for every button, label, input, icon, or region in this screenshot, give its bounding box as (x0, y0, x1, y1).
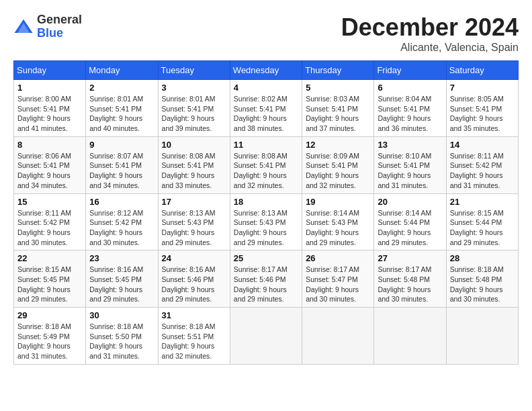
logo-icon (13, 17, 34, 37)
calendar-day-17: 17Sunrise: 8:13 AM Sunset: 5:43 PM Dayli… (158, 193, 230, 250)
day-info: Sunrise: 8:12 AM Sunset: 5:42 PM Dayligh… (89, 208, 154, 248)
day-number: 24 (162, 253, 226, 263)
calendar-day-8: 8Sunrise: 8:06 AM Sunset: 5:41 PM Daylig… (14, 136, 86, 193)
day-info: Sunrise: 8:11 AM Sunset: 5:42 PM Dayligh… (450, 151, 515, 191)
day-info: Sunrise: 8:18 AM Sunset: 5:50 PM Dayligh… (89, 322, 154, 361)
day-info: Sunrise: 8:15 AM Sunset: 5:45 PM Dayligh… (17, 265, 82, 304)
day-info: Sunrise: 8:01 AM Sunset: 5:41 PM Dayligh… (162, 94, 226, 134)
day-number: 17 (162, 197, 226, 207)
day-number: 5 (306, 83, 370, 93)
calendar-day-29: 29Sunrise: 8:18 AM Sunset: 5:49 PM Dayli… (14, 308, 86, 365)
calendar-day-26: 26Sunrise: 8:17 AM Sunset: 5:47 PM Dayli… (302, 250, 374, 308)
day-info: Sunrise: 8:06 AM Sunset: 5:41 PM Dayligh… (17, 151, 82, 191)
day-number: 13 (378, 140, 442, 150)
logo: General Blue (13, 13, 82, 40)
day-number: 27 (378, 253, 442, 263)
day-info: Sunrise: 8:15 AM Sunset: 5:44 PM Dayligh… (450, 208, 515, 248)
calendar-week-1: 1Sunrise: 8:00 AM Sunset: 5:41 PM Daylig… (14, 80, 519, 137)
calendar-day-19: 19Sunrise: 8:14 AM Sunset: 5:43 PM Dayli… (302, 193, 374, 250)
day-info: Sunrise: 8:11 AM Sunset: 5:42 PM Dayligh… (17, 208, 82, 248)
day-info: Sunrise: 8:18 AM Sunset: 5:51 PM Dayligh… (162, 322, 226, 361)
calendar-day-18: 18Sunrise: 8:13 AM Sunset: 5:43 PM Dayli… (230, 193, 302, 250)
month-title: December 2024 (341, 13, 519, 42)
day-info: Sunrise: 8:01 AM Sunset: 5:41 PM Dayligh… (89, 94, 154, 134)
day-info: Sunrise: 8:02 AM Sunset: 5:41 PM Dayligh… (234, 94, 298, 134)
day-info: Sunrise: 8:04 AM Sunset: 5:41 PM Dayligh… (378, 94, 442, 134)
calendar-day-15: 15Sunrise: 8:11 AM Sunset: 5:42 PM Dayli… (14, 193, 86, 250)
calendar-day-22: 22Sunrise: 8:15 AM Sunset: 5:45 PM Dayli… (14, 250, 86, 308)
calendar-table: SundayMondayTuesdayWednesdayThursdayFrid… (13, 60, 519, 365)
day-number: 4 (234, 83, 298, 93)
calendar-week-2: 8Sunrise: 8:06 AM Sunset: 5:41 PM Daylig… (14, 136, 519, 193)
day-info: Sunrise: 8:00 AM Sunset: 5:41 PM Dayligh… (17, 94, 82, 134)
day-info: Sunrise: 8:13 AM Sunset: 5:43 PM Dayligh… (162, 208, 226, 248)
calendar-week-5: 29Sunrise: 8:18 AM Sunset: 5:49 PM Dayli… (14, 308, 519, 365)
calendar-day-20: 20Sunrise: 8:14 AM Sunset: 5:44 PM Dayli… (374, 193, 446, 250)
calendar-header-thursday: Thursday (302, 61, 374, 80)
day-number: 18 (234, 197, 298, 207)
day-number: 9 (89, 140, 154, 150)
calendar-day-11: 11Sunrise: 8:08 AM Sunset: 5:41 PM Dayli… (230, 136, 302, 193)
logo-text: General Blue (37, 13, 82, 40)
calendar-empty-cell (374, 308, 446, 365)
day-number: 2 (89, 83, 154, 93)
day-number: 3 (162, 83, 226, 93)
day-number: 20 (378, 197, 442, 207)
calendar-day-30: 30Sunrise: 8:18 AM Sunset: 5:50 PM Dayli… (86, 308, 158, 365)
calendar-empty-cell (230, 308, 302, 365)
day-number: 1 (17, 83, 82, 93)
day-number: 31 (162, 310, 226, 320)
day-info: Sunrise: 8:10 AM Sunset: 5:41 PM Dayligh… (378, 151, 442, 191)
calendar-header-sunday: Sunday (14, 61, 86, 80)
day-info: Sunrise: 8:08 AM Sunset: 5:41 PM Dayligh… (234, 151, 298, 191)
logo-general-text: General (37, 13, 82, 27)
day-number: 6 (378, 83, 442, 93)
calendar-header-row: SundayMondayTuesdayWednesdayThursdayFrid… (14, 61, 519, 80)
day-info: Sunrise: 8:13 AM Sunset: 5:43 PM Dayligh… (234, 208, 298, 248)
day-number: 12 (306, 140, 370, 150)
day-info: Sunrise: 8:18 AM Sunset: 5:48 PM Dayligh… (450, 265, 515, 304)
calendar-day-24: 24Sunrise: 8:16 AM Sunset: 5:46 PM Dayli… (158, 250, 230, 308)
calendar-header-friday: Friday (374, 61, 446, 80)
day-number: 29 (17, 310, 82, 320)
calendar-day-12: 12Sunrise: 8:09 AM Sunset: 5:41 PM Dayli… (302, 136, 374, 193)
day-number: 16 (89, 197, 154, 207)
calendar-day-2: 2Sunrise: 8:01 AM Sunset: 5:41 PM Daylig… (86, 80, 158, 137)
calendar-day-4: 4Sunrise: 8:02 AM Sunset: 5:41 PM Daylig… (230, 80, 302, 137)
day-info: Sunrise: 8:05 AM Sunset: 5:41 PM Dayligh… (450, 94, 515, 134)
day-info: Sunrise: 8:07 AM Sunset: 5:41 PM Dayligh… (89, 151, 154, 191)
day-info: Sunrise: 8:16 AM Sunset: 5:46 PM Dayligh… (162, 265, 226, 304)
calendar-day-25: 25Sunrise: 8:17 AM Sunset: 5:46 PM Dayli… (230, 250, 302, 308)
day-number: 8 (17, 140, 82, 150)
day-number: 14 (450, 140, 515, 150)
day-number: 30 (89, 310, 154, 320)
calendar-day-16: 16Sunrise: 8:12 AM Sunset: 5:42 PM Dayli… (86, 193, 158, 250)
day-info: Sunrise: 8:14 AM Sunset: 5:44 PM Dayligh… (378, 208, 442, 248)
calendar-day-7: 7Sunrise: 8:05 AM Sunset: 5:41 PM Daylig… (446, 80, 518, 137)
day-info: Sunrise: 8:08 AM Sunset: 5:41 PM Dayligh… (162, 151, 226, 191)
calendar-day-31: 31Sunrise: 8:18 AM Sunset: 5:51 PM Dayli… (158, 308, 230, 365)
location: Alicante, Valencia, Spain (341, 42, 519, 54)
calendar-day-10: 10Sunrise: 8:08 AM Sunset: 5:41 PM Dayli… (158, 136, 230, 193)
title-area: December 2024 Alicante, Valencia, Spain (341, 13, 519, 54)
calendar-day-13: 13Sunrise: 8:10 AM Sunset: 5:41 PM Dayli… (374, 136, 446, 193)
calendar-day-28: 28Sunrise: 8:18 AM Sunset: 5:48 PM Dayli… (446, 250, 518, 308)
day-info: Sunrise: 8:16 AM Sunset: 5:45 PM Dayligh… (89, 265, 154, 304)
day-number: 28 (450, 253, 515, 263)
calendar-empty-cell (446, 308, 518, 365)
calendar-header-tuesday: Tuesday (158, 61, 230, 80)
calendar-day-6: 6Sunrise: 8:04 AM Sunset: 5:41 PM Daylig… (374, 80, 446, 137)
calendar-day-3: 3Sunrise: 8:01 AM Sunset: 5:41 PM Daylig… (158, 80, 230, 137)
day-number: 15 (17, 197, 82, 207)
calendar-empty-cell (302, 308, 374, 365)
calendar-day-21: 21Sunrise: 8:15 AM Sunset: 5:44 PM Dayli… (446, 193, 518, 250)
day-info: Sunrise: 8:17 AM Sunset: 5:46 PM Dayligh… (234, 265, 298, 304)
calendar-header-saturday: Saturday (446, 61, 518, 80)
calendar-week-3: 15Sunrise: 8:11 AM Sunset: 5:42 PM Dayli… (14, 193, 519, 250)
calendar-day-23: 23Sunrise: 8:16 AM Sunset: 5:45 PM Dayli… (86, 250, 158, 308)
day-number: 22 (17, 253, 82, 263)
day-info: Sunrise: 8:18 AM Sunset: 5:49 PM Dayligh… (17, 322, 82, 361)
header: General Blue December 2024 Alicante, Val… (13, 13, 519, 54)
logo-blue-text: Blue (37, 27, 82, 40)
calendar-day-1: 1Sunrise: 8:00 AM Sunset: 5:41 PM Daylig… (14, 80, 86, 137)
